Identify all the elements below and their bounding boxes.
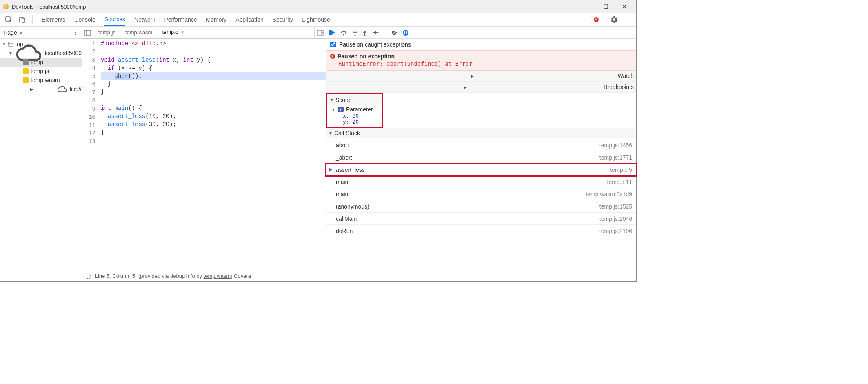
settings-gear-icon[interactable] — [608, 14, 620, 25]
pause-on-exceptions-icon[interactable] — [402, 29, 409, 36]
svg-rect-5 — [85, 30, 91, 35]
pause-on-caught-checkbox[interactable] — [330, 42, 336, 47]
tree-file-tempwasm[interactable]: temp.wasm — [0, 75, 82, 84]
code-line[interactable]: void assert_less(int x, int y) { — [101, 56, 326, 64]
navigator-more-tabs[interactable]: » — [20, 29, 23, 36]
scope-group-row[interactable]: f Parameter — [331, 106, 380, 113]
tab-application[interactable]: Application — [235, 13, 264, 26]
tab-console[interactable]: Console — [74, 13, 95, 26]
navigator-tab-page[interactable]: Page — [4, 29, 17, 36]
code-line[interactable] — [101, 96, 326, 104]
editor-tab-tempwasm[interactable]: temp.wasm — [120, 27, 157, 38]
code-line[interactable] — [101, 48, 326, 56]
breakpoints-header[interactable]: Breakpoints — [326, 82, 636, 92]
section-title: Scope — [335, 97, 352, 103]
expand-icon[interactable] — [329, 74, 616, 78]
expand-icon[interactable] — [2, 42, 6, 47]
code-line[interactable] — [101, 137, 326, 145]
tab-performance[interactable]: Performance — [164, 13, 197, 26]
tab-lighthouse[interactable]: Lighthouse — [302, 13, 330, 26]
svg-point-10 — [343, 34, 344, 35]
tree-file-scheme-label: file:// — [69, 86, 82, 92]
code-line[interactable]: int main() { — [101, 104, 326, 112]
code-line[interactable]: } — [101, 88, 326, 96]
source-map-link[interactable]: temp.wasm — [204, 273, 231, 279]
code-editor[interactable]: 12345678910111213 #include <stdlib.h>voi… — [82, 39, 326, 271]
document-icon — [23, 77, 29, 83]
tree-file-tempjs[interactable]: temp.js — [0, 67, 82, 75]
code-line[interactable]: assert_less(30, 20); — [101, 120, 326, 129]
tab-memory[interactable]: Memory — [206, 13, 227, 26]
resume-icon[interactable] — [329, 29, 336, 36]
expand-icon[interactable] — [329, 85, 602, 89]
source-map-info: (provided via debug info by temp.wasm) C… — [138, 273, 251, 279]
editor-tab-tempc[interactable]: temp.c ✕ — [157, 27, 189, 38]
section-title: Breakpoints — [604, 84, 634, 90]
step-into-icon[interactable] — [352, 29, 358, 36]
watch-header[interactable]: Watch — [326, 71, 636, 81]
callstack-frame[interactable]: maintemp.c:11 — [326, 176, 636, 188]
editor-pane: temp.js temp.wasm temp.c ✕ 1234567891011… — [82, 27, 326, 281]
inspect-element-icon[interactable] — [3, 14, 14, 25]
callstack-frame[interactable]: callMaintemp.js:2046 — [326, 213, 636, 225]
scope-group-label: Parameter — [346, 106, 373, 113]
navigator-pane: Page » ⋮ top localhost:5000 temp — [0, 27, 82, 281]
paused-message: ✕ Paused on exception RuntimeError: abor… — [326, 50, 636, 71]
tree-file-scheme[interactable]: file:// — [0, 84, 82, 93]
code-line[interactable]: assert_less(10, 20); — [101, 112, 326, 120]
scope-var-row[interactable]: y: 20 — [331, 119, 380, 125]
callstack-header[interactable]: Call Stack — [326, 128, 636, 138]
tree-host[interactable]: localhost:5000 — [0, 49, 82, 58]
window-title: DevTools - localhost:5000/temp — [12, 4, 86, 10]
code-line[interactable]: } — [101, 80, 326, 88]
step-over-icon[interactable] — [340, 29, 348, 36]
var-value: 20 — [352, 119, 359, 125]
frame-location: temp.c:5 — [610, 166, 632, 173]
toggle-navigator-icon[interactable] — [82, 27, 93, 38]
window-close-button[interactable]: ✕ — [615, 0, 634, 13]
device-toolbar-icon[interactable] — [17, 14, 28, 25]
window-maximize-button[interactable]: ☐ — [596, 0, 615, 13]
separator — [32, 15, 33, 24]
step-out-icon[interactable] — [362, 29, 368, 36]
toggle-debugger-icon[interactable] — [314, 27, 326, 38]
tab-sources[interactable]: Sources — [104, 13, 125, 26]
tab-security[interactable]: Security — [273, 13, 293, 26]
navigator-menu-icon[interactable]: ⋮ — [73, 29, 78, 36]
code-line[interactable]: abort(); — [101, 72, 326, 80]
more-menu-icon[interactable]: ⋮ — [622, 14, 634, 25]
cloud-icon — [57, 85, 68, 93]
paused-title: Paused on exception — [337, 53, 395, 60]
window-minimize-button[interactable]: — — [577, 0, 596, 13]
error-count-pill[interactable]: ✕ 1 — [591, 16, 606, 23]
sources-panel: Page » ⋮ top localhost:5000 temp — [0, 27, 636, 281]
tab-elements[interactable]: Elements — [42, 13, 65, 26]
code-content[interactable]: #include <stdlib.h>void assert_less(int … — [98, 39, 326, 271]
expand-icon[interactable] — [329, 131, 333, 135]
tab-network[interactable]: Network — [134, 13, 155, 26]
frame-function: _abort — [336, 154, 352, 161]
expand-icon[interactable] — [9, 51, 13, 55]
expand-icon[interactable] — [331, 107, 335, 112]
callstack-frame[interactable]: assert_lesstemp.c:5 — [326, 164, 636, 176]
var-value: 30 — [352, 113, 359, 119]
expand-icon[interactable] — [9, 87, 55, 91]
deactivate-breakpoints-icon[interactable] — [391, 29, 398, 36]
callstack-frame[interactable]: maintemp.wasm:0x1d9 — [326, 188, 636, 200]
scope-var-row[interactable]: x: 30 — [331, 113, 380, 119]
tree-file-temp[interactable]: temp — [0, 58, 82, 67]
code-line[interactable]: } — [101, 129, 326, 137]
callstack-frame[interactable]: (anonymous)temp.js:1525 — [326, 200, 636, 213]
pretty-print-icon[interactable]: {} — [85, 273, 92, 279]
close-tab-icon[interactable]: ✕ — [180, 29, 184, 35]
callstack-frame[interactable]: doRuntemp.js:2106 — [326, 225, 636, 237]
step-icon[interactable] — [372, 29, 379, 36]
code-line[interactable]: if (x >= y) { — [101, 64, 326, 72]
scope-header[interactable]: Scope — [327, 95, 382, 105]
callstack-frame[interactable]: _aborttemp.js:1771 — [326, 151, 636, 164]
editor-tab-tempjs[interactable]: temp.js — [93, 27, 120, 38]
expand-icon[interactable] — [330, 98, 334, 102]
callstack-frame[interactable]: aborttemp.js:1456 — [326, 139, 636, 151]
frame-function: main — [336, 191, 348, 198]
code-line[interactable]: #include <stdlib.h> — [101, 40, 326, 48]
